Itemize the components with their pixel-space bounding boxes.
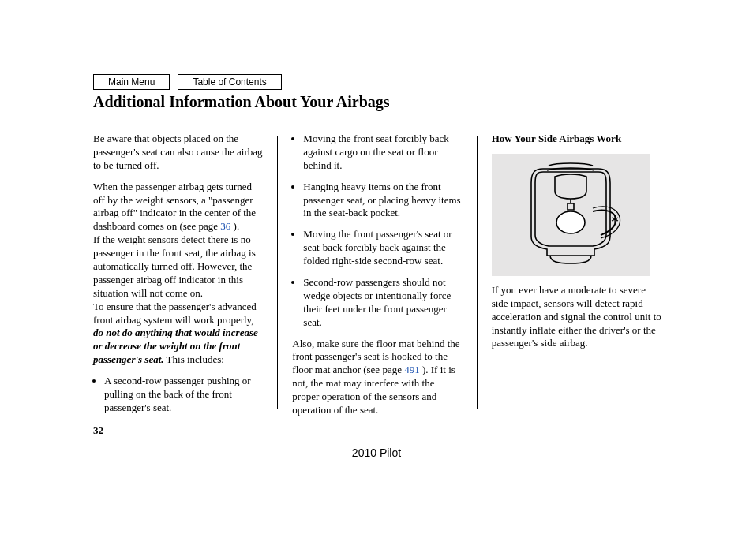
column-3: How Your Side Airbags Work [492,133,661,425]
list-item: A second-row passenger pushing or pullin… [104,375,263,415]
heading-rule [93,114,661,114]
column-separator [277,136,278,409]
seat-airbag-icon [500,159,642,270]
body-text: To ensure that the passenger's advanced … [93,301,263,367]
body-text-fragment: This includes: [164,353,224,365]
svg-point-1 [556,211,585,233]
nav-buttons: Main Menu Table of Contents [93,74,282,90]
list-item: Second-row passengers should not wedge o… [303,276,462,330]
bullet-list: A second-row passenger pushing or pullin… [93,375,263,415]
bullet-list: Moving the front seat forcibly back agai… [292,133,462,330]
model-year: 2010 Pilot [352,446,401,459]
list-item: Moving the front seat forcibly back agai… [303,133,462,173]
body-text: Be aware that objects placed on the pass… [93,133,263,173]
body-text: If the weight sensors detect there is no… [93,233,263,300]
body-text: Also, make sure the floor mat behind the… [292,338,462,417]
body-text: When the passenger airbag gets turned of… [93,181,263,234]
section-heading: How Your Side Airbags Work [492,133,661,146]
list-item: Moving the front passenger's seat or sea… [303,228,462,268]
body-text: If you ever have a moderate to severe si… [492,284,661,350]
page-title: Additional Information About Your Airbag… [93,93,390,111]
body-text-fragment: To ensure that the passenger's advanced … [93,301,257,326]
body-text-fragment: ). [230,220,239,232]
column-2: Moving the front seat forcibly back agai… [292,133,462,425]
page-number: 32 [93,424,103,437]
list-item: Hanging heavy items on the front passeng… [303,181,462,221]
page-link-36[interactable]: 36 [220,220,230,232]
page-link-491[interactable]: 491 [404,364,420,375]
column-separator [477,136,478,409]
manual-page: Main Menu Table of Contents Additional I… [0,0,753,560]
main-menu-button[interactable]: Main Menu [93,74,170,90]
content-columns: Be aware that objects placed on the pass… [93,133,661,425]
table-of-contents-button[interactable]: Table of Contents [178,74,281,90]
side-airbag-illustration [492,154,650,276]
column-1: Be aware that objects placed on the pass… [93,133,263,425]
